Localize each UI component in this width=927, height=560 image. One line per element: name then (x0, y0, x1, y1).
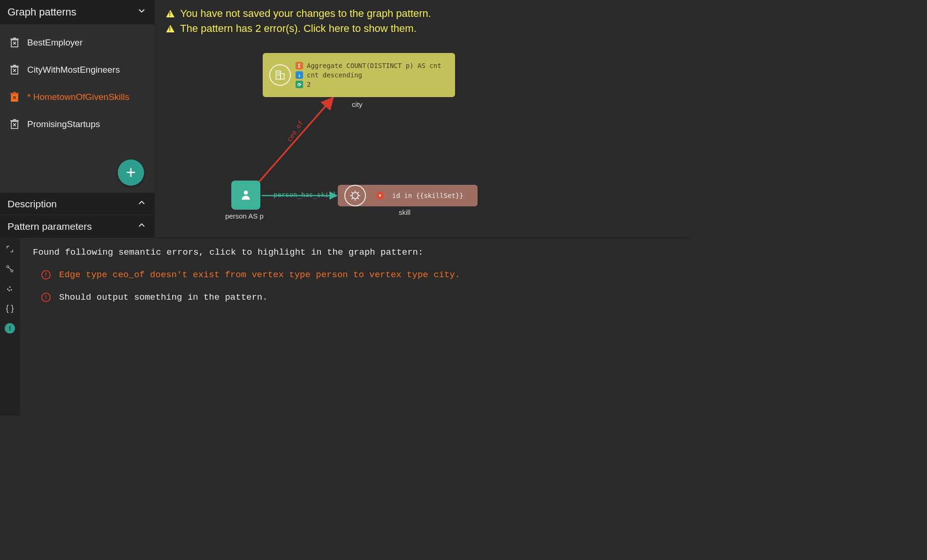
edge-label-person-has-skill[interactable]: person_has_skill (274, 191, 337, 198)
sidebar-item-label: BestEmployer (27, 38, 83, 48)
plus-icon: + (126, 163, 136, 182)
error-message: Should output something in the pattern. (59, 292, 268, 303)
sidebar-list: BestEmployer CityWithMostEngineers * Hom… (0, 24, 154, 192)
pattern-icon[interactable] (5, 264, 15, 273)
banner-text: The pattern has 2 error(s). Click here t… (180, 23, 417, 35)
sidebar-item-citywithmostengineers[interactable]: CityWithMostEngineers (0, 56, 154, 83)
error-row[interactable]: ! Should output something in the pattern… (33, 292, 676, 303)
sidebar-header-graph-patterns[interactable]: Graph patterns (0, 0, 154, 24)
svg-rect-19 (279, 75, 280, 76)
sidebar-item-bestemployer[interactable]: BestEmployer (0, 29, 154, 56)
errors-title: Found following semantic errors, click t… (33, 247, 676, 257)
banner-unsaved[interactable]: You have not saved your changes to the g… (166, 8, 431, 20)
node-city[interactable]: ΣAggregate COUNT(DISTINCT p) AS cnt ↓cnt… (263, 53, 455, 97)
error-icon: ! (41, 293, 51, 302)
node-skill[interactable]: ▼ id in {{skillSet}} (338, 185, 478, 206)
scatter-icon[interactable] (5, 284, 15, 293)
chip-icon (344, 185, 366, 206)
node-person-label: person AS p (225, 212, 264, 220)
expand-icon[interactable] (5, 244, 15, 254)
limit-text: 2 (307, 81, 311, 88)
sidebar-item-label: CityWithMostEngineers (27, 65, 120, 75)
node-city-label: city (352, 100, 363, 108)
error-message: Edge type ceo_of doesn't exist from vert… (59, 270, 460, 280)
chevron-down-icon (137, 6, 147, 19)
node-city-details: ΣAggregate COUNT(DISTINCT p) AS cnt ↓cnt… (296, 62, 441, 88)
svg-rect-18 (277, 75, 278, 76)
svg-rect-14 (276, 71, 281, 79)
sidebar-item-hometownofgivenskills[interactable]: * HometownOfGivenSkills (0, 83, 154, 111)
sidebar-section-description[interactable]: Description (0, 192, 154, 215)
svg-point-27 (8, 290, 10, 291)
banner-text: You have not saved your changes to the g… (180, 8, 431, 20)
trash-icon[interactable] (10, 119, 19, 129)
banner-errors[interactable]: The pattern has 2 error(s). Click here t… (166, 23, 431, 35)
svg-point-26 (11, 289, 12, 291)
sort-icon: ↓ (296, 71, 303, 79)
error-icon: ! (41, 270, 51, 280)
sort-text: cnt descending (307, 71, 362, 79)
trash-icon[interactable] (10, 38, 19, 48)
chevron-up-icon (137, 197, 147, 210)
trash-icon[interactable] (10, 65, 19, 75)
sidebar-item-label: * HometownOfGivenSkills (27, 92, 129, 102)
sidebar-item-label: PromisingStartups (27, 119, 100, 129)
warning-icon (166, 10, 175, 17)
section-label: Description (8, 198, 57, 210)
add-pattern-button[interactable]: + (118, 159, 144, 186)
svg-rect-16 (277, 73, 278, 74)
trash-icon[interactable] (10, 92, 19, 102)
aggregate-icon: Σ (296, 62, 303, 69)
svg-point-24 (7, 288, 8, 290)
braces-icon[interactable]: { } (5, 303, 15, 313)
warning-icon (166, 25, 175, 32)
chevron-up-icon (137, 220, 147, 233)
errors-badge-icon[interactable]: ! (5, 323, 15, 333)
node-person[interactable] (231, 181, 260, 210)
svg-rect-17 (279, 73, 280, 74)
section-label: Pattern parameters (8, 221, 92, 232)
skill-filter-text: id in {{skillSet}} (392, 192, 464, 199)
filter-icon: ▼ (376, 192, 384, 199)
sidebar-header-label: Graph patterns (8, 6, 76, 18)
node-skill-label: skill (399, 208, 410, 216)
svg-rect-15 (281, 74, 284, 79)
graph-canvas[interactable]: You have not saved your changes to the g… (155, 0, 690, 237)
errors-list: Found following semantic errors, click t… (20, 238, 690, 416)
warning-banner: You have not saved your changes to the g… (166, 8, 431, 35)
limit-icon: ⟳ (296, 81, 303, 88)
error-row[interactable]: ! Edge type ceo_of doesn't exist from ve… (33, 270, 676, 280)
sidebar-item-promisingstartups[interactable]: PromisingStartups (0, 111, 154, 138)
svg-point-25 (9, 287, 11, 288)
svg-point-20 (244, 190, 248, 195)
sidebar: Graph patterns BestEmployer CityWithMost (0, 0, 155, 237)
sidebar-section-pattern-parameters[interactable]: Pattern parameters (0, 215, 154, 237)
svg-line-12 (259, 98, 333, 182)
aggregate-text: Aggregate COUNT(DISTINCT p) AS cnt (307, 62, 441, 69)
person-icon (240, 189, 252, 202)
edge-label-ceo-of[interactable]: ceo_of (285, 119, 305, 143)
output-panel-rail: { } ! (0, 238, 20, 416)
output-panel: { } ! Found following semantic errors, c… (0, 237, 690, 416)
building-icon (269, 64, 291, 86)
